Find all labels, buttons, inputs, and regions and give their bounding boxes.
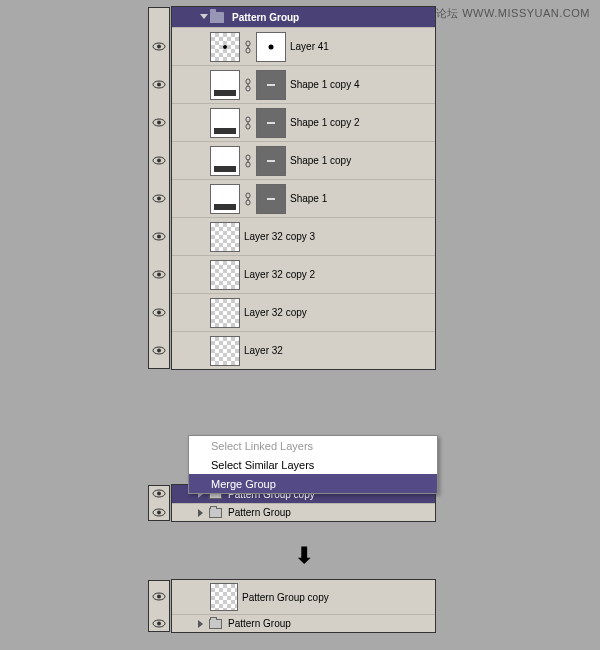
- layers-panel-top: Pattern Group Layer 41Shape 1 copy 4Shap…: [171, 6, 436, 370]
- link-icon: [244, 115, 252, 131]
- layer-row[interactable]: Shape 1 copy: [172, 141, 435, 179]
- svg-point-23: [157, 197, 161, 201]
- menu-item[interactable]: Select Similar Layers: [189, 455, 437, 474]
- context-menu: Select Linked LayersSelect Similar Layer…: [188, 435, 438, 494]
- mask-thumb[interactable]: [256, 70, 286, 100]
- layer-name[interactable]: Shape 1 copy 2: [290, 117, 360, 128]
- visibility-toggle[interactable]: [152, 118, 166, 127]
- svg-point-40: [157, 595, 161, 599]
- layer-name[interactable]: Shape 1 copy: [290, 155, 351, 166]
- layer-thumb[interactable]: [210, 146, 240, 176]
- layer-thumb[interactable]: [210, 298, 240, 328]
- visibility-toggle[interactable]: [152, 346, 166, 355]
- mask-thumb[interactable]: [256, 184, 286, 214]
- layer-thumb[interactable]: [210, 222, 240, 252]
- layer-name[interactable]: Layer 32 copy 3: [244, 231, 315, 242]
- layer-thumb[interactable]: [210, 260, 240, 290]
- layer-row[interactable]: Shape 1: [172, 179, 435, 217]
- visibility-toggle[interactable]: [152, 80, 166, 89]
- folder-icon: [209, 508, 222, 518]
- svg-point-42: [157, 622, 161, 626]
- layer-name[interactable]: Layer 41: [290, 41, 329, 52]
- layer-thumb[interactable]: [210, 583, 238, 611]
- svg-point-30: [157, 273, 161, 277]
- visibility-toggle[interactable]: [152, 619, 166, 628]
- arrow-icon: ⬇: [295, 543, 313, 569]
- layer-name[interactable]: Pattern Group: [228, 507, 291, 518]
- svg-point-34: [157, 349, 161, 353]
- visibility-toggle[interactable]: [152, 42, 166, 51]
- group-name[interactable]: Pattern Group: [232, 12, 299, 23]
- mask-thumb[interactable]: [256, 32, 286, 62]
- layer-name[interactable]: Layer 32 copy 2: [244, 269, 315, 280]
- layer-thumb[interactable]: [210, 108, 240, 138]
- layer-row[interactable]: Pattern Group: [172, 503, 435, 521]
- layer-row[interactable]: Shape 1 copy 2: [172, 103, 435, 141]
- layer-thumb[interactable]: [210, 184, 240, 214]
- layers-panel-bot: Pattern Group copyPattern Group: [171, 579, 436, 633]
- link-icon: [244, 39, 252, 55]
- layer-name[interactable]: Shape 1: [290, 193, 327, 204]
- link-icon: [244, 77, 252, 93]
- expand-toggle[interactable]: [200, 14, 208, 19]
- menu-item: Select Linked Layers: [189, 436, 437, 455]
- layer-row[interactable]: Pattern Group copy: [172, 580, 435, 614]
- layer-thumb[interactable]: [210, 32, 240, 62]
- visibility-toggle[interactable]: [152, 232, 166, 241]
- layer-name[interactable]: Pattern Group: [228, 618, 291, 629]
- link-icon: [244, 191, 252, 207]
- layer-row[interactable]: Layer 41: [172, 27, 435, 65]
- layer-row[interactable]: Shape 1 copy 4: [172, 65, 435, 103]
- visibility-toggle[interactable]: [152, 270, 166, 279]
- svg-point-36: [157, 492, 161, 496]
- layer-thumb[interactable]: [210, 336, 240, 366]
- svg-point-28: [157, 235, 161, 239]
- folder-icon: [210, 12, 224, 23]
- svg-point-3: [157, 45, 161, 49]
- svg-point-18: [157, 159, 161, 163]
- visibility-toggle[interactable]: [152, 308, 166, 317]
- group-header[interactable]: Pattern Group: [172, 7, 435, 27]
- visibility-toggle[interactable]: [152, 194, 166, 203]
- layer-name[interactable]: Shape 1 copy 4: [290, 79, 360, 90]
- svg-point-38: [157, 511, 161, 515]
- visibility-toggle[interactable]: [152, 508, 166, 517]
- layer-row[interactable]: Layer 32: [172, 331, 435, 369]
- visibility-toggle[interactable]: [152, 592, 166, 601]
- folder-icon: [209, 619, 222, 629]
- svg-point-32: [157, 311, 161, 315]
- layer-name[interactable]: Layer 32 copy: [244, 307, 307, 318]
- expand-toggle[interactable]: [198, 620, 203, 628]
- layer-row[interactable]: Layer 32 copy 2: [172, 255, 435, 293]
- expand-toggle[interactable]: [198, 509, 203, 517]
- visibility-toggle[interactable]: [152, 489, 166, 498]
- layer-name[interactable]: Layer 32: [244, 345, 283, 356]
- svg-point-13: [157, 121, 161, 125]
- svg-point-8: [157, 83, 161, 87]
- layer-name[interactable]: Pattern Group copy: [242, 592, 329, 603]
- layer-thumb[interactable]: [210, 70, 240, 100]
- mask-thumb[interactable]: [256, 108, 286, 138]
- menu-item[interactable]: Merge Group: [189, 474, 437, 493]
- link-icon: [244, 153, 252, 169]
- layer-row[interactable]: Pattern Group: [172, 614, 435, 632]
- layer-row[interactable]: Layer 32 copy 3: [172, 217, 435, 255]
- layer-row[interactable]: Layer 32 copy: [172, 293, 435, 331]
- visibility-toggle[interactable]: [152, 156, 166, 165]
- mask-thumb[interactable]: [256, 146, 286, 176]
